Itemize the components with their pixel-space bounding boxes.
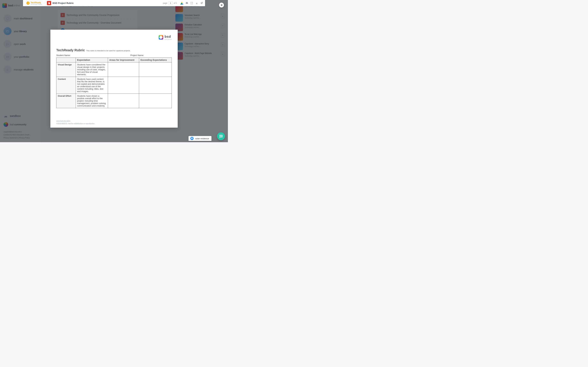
file-name: BSD Project Rubric xyxy=(52,2,74,4)
chat-minimized[interactable]: solar evidence xyxy=(189,136,211,141)
document-footer: www.bsd.education ©2018 BSDCD. Not for r… xyxy=(56,120,172,125)
table-row: Overall Effort Students have shown a pos… xyxy=(56,94,172,108)
intercom-icon xyxy=(219,134,223,138)
table-header-cell: Areas for Improvement xyxy=(108,58,139,62)
program-badge-icon xyxy=(26,1,30,5)
fullscreen-icon[interactable] xyxy=(190,2,193,5)
close-button[interactable]: ✕ xyxy=(219,3,224,8)
table-header-cell: Expectation xyxy=(76,58,108,62)
brand-mark-icon xyxy=(159,35,163,40)
document-page: bsd education TechReady Rubric This rubr… xyxy=(50,30,178,128)
google-drive-icon[interactable] xyxy=(181,2,183,5)
close-icon: ✕ xyxy=(221,4,223,7)
criteria-cell: Overall Effort xyxy=(56,94,76,108)
table-header-cell xyxy=(56,58,76,62)
expectation-cell: Students have shown a positive overall e… xyxy=(76,94,108,108)
project-name-label: Project Name: xyxy=(130,54,144,57)
improvement-cell xyxy=(108,62,139,77)
brand-wordmark-sub: education xyxy=(164,39,172,40)
student-name-label: Student Name: xyxy=(56,54,70,57)
improvement-cell xyxy=(108,94,139,108)
page-control: page of 1 xyxy=(163,1,177,5)
document-brand: bsd education xyxy=(159,34,172,41)
document-subtitle: This rubric is intended to be used for c… xyxy=(86,50,130,52)
page-label: page xyxy=(163,2,167,4)
rubric-table: Expectation Areas for Improvement Exceed… xyxy=(56,58,172,108)
chat-title: solar evidence xyxy=(195,137,209,140)
expectation-cell: Students have considered the visual desi… xyxy=(76,62,108,77)
table-row: Content Students have used content that … xyxy=(56,77,172,94)
open-external-icon[interactable] xyxy=(200,2,203,5)
table-header-cell: Exceeding Expectations xyxy=(139,58,172,62)
document-title: TechReady Rubric xyxy=(56,48,85,52)
criteria-cell: Visual Design xyxy=(56,62,76,77)
criteria-cell: Content xyxy=(56,77,76,94)
exceeding-cell xyxy=(139,77,172,94)
page-of-label: of 1 xyxy=(174,2,177,4)
chat-launcher[interactable] xyxy=(217,132,225,140)
brand-wordmark: bsd xyxy=(164,35,172,39)
page-input[interactable] xyxy=(168,1,173,5)
improvement-cell xyxy=(108,77,139,94)
program-badge: TechReady Technology Program xyxy=(25,1,44,5)
expectation-cell: Students have used content that fits the… xyxy=(76,77,108,94)
file-info: BSD Project Rubric xyxy=(47,1,74,5)
print-icon[interactable] xyxy=(185,2,188,5)
table-row: Visual Design Students have considered t… xyxy=(56,62,172,77)
chat-bubble-icon xyxy=(190,137,194,140)
download-icon[interactable] xyxy=(195,2,198,5)
pdf-icon xyxy=(47,1,51,5)
exceeding-cell xyxy=(139,94,172,108)
viewer-toolbar: TechReady Technology Program BSD Project… xyxy=(23,0,205,6)
exceeding-cell xyxy=(139,62,172,77)
table-header-row: Expectation Areas for Improvement Exceed… xyxy=(56,58,172,62)
